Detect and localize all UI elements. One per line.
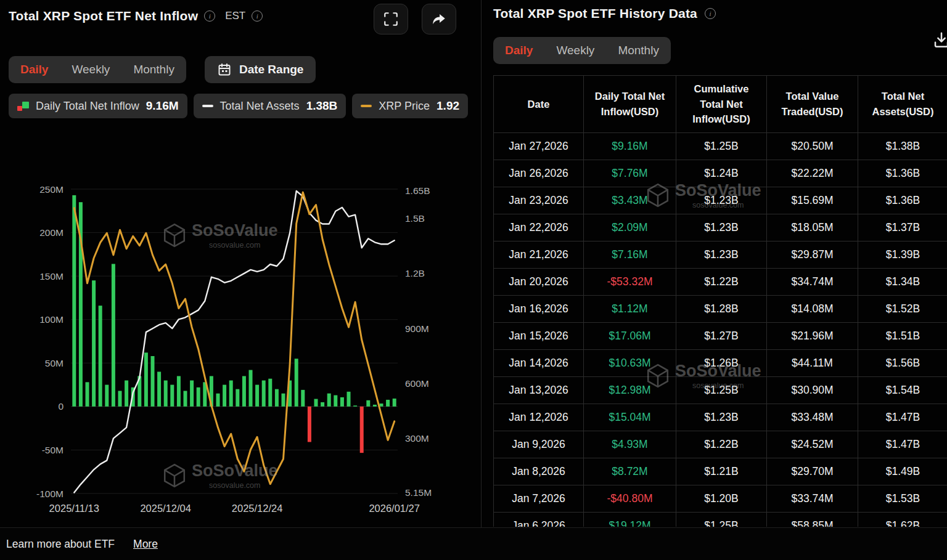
- date-range-label: Date Range: [239, 63, 304, 76]
- net-assets-cell: $1.47B: [858, 431, 947, 458]
- date-cell: Jan 13,2026: [494, 377, 584, 404]
- cumulative-inflow-cell: $1.28B: [676, 296, 767, 323]
- value-traded-cell: $14.08M: [767, 296, 858, 323]
- cumulative-inflow-cell: $1.23B: [676, 404, 767, 431]
- history-data-panel: Total XRP Spot ETF History Data i DailyW…: [482, 0, 947, 560]
- date-cell: Jan 7,2026: [494, 485, 584, 513]
- cumulative-inflow-cell: $1.25B: [676, 377, 767, 404]
- value-traded-cell: $30.90M: [767, 377, 858, 404]
- svg-text:200M: 200M: [39, 227, 64, 238]
- timezone-label: EST: [225, 10, 245, 22]
- col-header-0: Date: [494, 76, 584, 133]
- share-button[interactable]: [422, 4, 456, 34]
- fullscreen-icon: [383, 11, 399, 27]
- net-assets-cell: $1.37B: [858, 214, 947, 241]
- more-link[interactable]: More: [133, 538, 158, 551]
- chart-tab-daily[interactable]: Daily: [9, 56, 60, 83]
- svg-text:1.65B: 1.65B: [405, 185, 430, 196]
- history-row: Jan 14,2026$10.63M$1.26B$44.11M$1.56B: [494, 350, 947, 377]
- svg-text:50M: 50M: [45, 358, 64, 368]
- net-assets-cell: $1.53B: [858, 485, 947, 513]
- date-cell: Jan 26,2026: [494, 160, 584, 187]
- value-traded-cell: $21.96M: [767, 323, 858, 350]
- legend-label: Total Net Assets: [220, 100, 300, 113]
- chart-legend: Daily Total Net Inflow9.16MTotal Net Ass…: [9, 94, 474, 118]
- net-assets-cell: $1.51B: [858, 323, 947, 350]
- date-range-button[interactable]: Date Range: [205, 56, 316, 83]
- legend-daily-total-net-inflow[interactable]: Daily Total Net Inflow9.16M: [9, 94, 187, 118]
- svg-text:-50M: -50M: [42, 445, 64, 455]
- inflow-chart[interactable]: 250M200M150M100M50M0-50M-100M1.65B1.5B1.…: [0, 176, 481, 524]
- daily-inflow-cell: $17.06M: [584, 323, 676, 350]
- daily-inflow-cell: $3.43M: [584, 187, 676, 214]
- calendar-icon: [217, 62, 232, 77]
- svg-text:1.2B: 1.2B: [405, 268, 425, 278]
- cumulative-inflow-cell: $1.22B: [676, 431, 767, 458]
- value-traded-cell: $44.11M: [767, 350, 858, 377]
- value-traded-cell: $20.50M: [767, 133, 858, 160]
- net-assets-cell: $1.36B: [858, 160, 947, 187]
- svg-text:2025/11/13: 2025/11/13: [49, 503, 99, 514]
- date-cell: Jan 27,2026: [494, 133, 584, 160]
- net-assets-cell: $1.62B: [858, 513, 947, 527]
- history-row: Jan 27,2026$9.16M$1.25B$20.50M$1.38B: [494, 133, 947, 160]
- legend-total-net-assets[interactable]: Total Net Assets1.38B: [194, 94, 346, 118]
- fullscreen-button[interactable]: [374, 4, 408, 34]
- net-inflow-panel: Total XRP Spot ETF Net Inflow i EST i Da…: [0, 0, 481, 560]
- history-row: Jan 7,2026-$40.80M$1.20B$33.74M$1.53B: [494, 485, 947, 513]
- cumulative-inflow-cell: $1.23B: [676, 241, 767, 269]
- inflow-chart-canvas[interactable]: 250M200M150M100M50M0-50M-100M1.65B1.5B1.…: [0, 176, 481, 524]
- value-traded-cell: $34.74M: [767, 269, 858, 296]
- value-traded-cell: $24.52M: [767, 431, 858, 458]
- net-assets-cell: $1.39B: [858, 241, 947, 269]
- svg-text:100M: 100M: [39, 314, 64, 325]
- history-row: Jan 6,2026$19.12M$1.25B$58.85M$1.62B: [494, 513, 947, 527]
- page-footer: Learn more about ETF More: [0, 527, 947, 560]
- svg-text:150M: 150M: [39, 271, 64, 282]
- history-tab-monthly[interactable]: Monthly: [606, 37, 671, 64]
- chart-tab-weekly[interactable]: Weekly: [60, 56, 121, 83]
- timezone-info-icon[interactable]: i: [252, 10, 263, 22]
- chart-tab-monthly[interactable]: Monthly: [121, 56, 186, 83]
- history-header: Total XRP Spot ETF History Data i: [493, 6, 716, 21]
- date-cell: Jan 20,2026: [494, 269, 584, 296]
- value-traded-cell: $33.48M: [767, 404, 858, 431]
- daily-inflow-cell: -$40.80M: [584, 485, 676, 513]
- daily-inflow-cell: $9.16M: [584, 133, 676, 160]
- interval-tabs: DailyWeeklyMonthly: [9, 56, 186, 83]
- cumulative-inflow-cell: $1.27B: [676, 323, 767, 350]
- share-icon: [431, 11, 447, 27]
- col-header-2: Cumulative Total Net Inflow(USD): [676, 76, 767, 133]
- history-table-wrap[interactable]: DateDaily Total Net Inflow(USD)Cumulativ…: [493, 75, 947, 527]
- legend-xrp-price[interactable]: XRP Price1.92: [352, 94, 468, 118]
- svg-text:600M: 600M: [405, 378, 429, 389]
- value-traded-cell: $22.22M: [767, 160, 858, 187]
- col-header-4: Total Net Assets(USD): [858, 76, 947, 133]
- history-row: Jan 21,2026$7.16M$1.23B$29.87M$1.39B: [494, 241, 947, 269]
- svg-text:-100M: -100M: [36, 489, 64, 499]
- info-icon[interactable]: i: [204, 10, 215, 22]
- history-tab-daily[interactable]: Daily: [493, 37, 544, 64]
- value-traded-cell: $33.74M: [767, 485, 858, 513]
- svg-text:2025/12/04: 2025/12/04: [140, 503, 191, 514]
- daily-inflow-cell: $12.98M: [584, 377, 676, 404]
- date-cell: Jan 9,2026: [494, 431, 584, 458]
- daily-inflow-cell: $7.16M: [584, 241, 676, 269]
- value-traded-cell: $15.69M: [767, 187, 858, 214]
- col-header-1: Daily Total Net Inflow(USD): [584, 76, 676, 133]
- col-header-3: Total Value Traded(USD): [767, 76, 858, 133]
- legend-value: 9.16M: [146, 99, 179, 113]
- daily-inflow-cell: $10.63M: [584, 350, 676, 377]
- daily-inflow-cell: $15.04M: [584, 404, 676, 431]
- download-button[interactable]: [932, 31, 947, 51]
- date-cell: Jan 22,2026: [494, 214, 584, 241]
- cumulative-inflow-cell: $1.25B: [676, 513, 767, 527]
- cumulative-inflow-cell: $1.24B: [676, 160, 767, 187]
- date-cell: Jan 15,2026: [494, 323, 584, 350]
- history-info-icon[interactable]: i: [705, 8, 716, 19]
- cumulative-inflow-cell: $1.22B: [676, 269, 767, 296]
- cumulative-inflow-cell: $1.23B: [676, 214, 767, 241]
- history-tab-weekly[interactable]: Weekly: [544, 37, 606, 64]
- date-cell: Jan 16,2026: [494, 296, 584, 323]
- date-cell: Jan 12,2026: [494, 404, 584, 431]
